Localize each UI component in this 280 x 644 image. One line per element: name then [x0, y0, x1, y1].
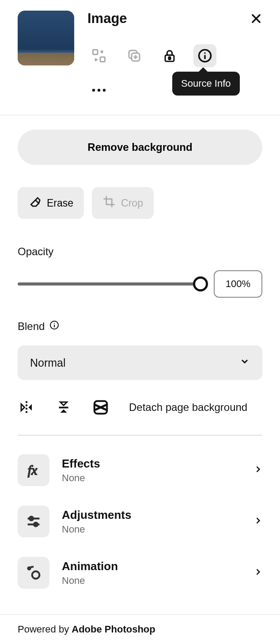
remove-background-button[interactable]: Remove background — [18, 130, 262, 165]
crop-button[interactable]: Crop — [92, 187, 154, 219]
erase-label: Erase — [47, 197, 73, 209]
adjustments-icon — [18, 506, 49, 537]
blend-select[interactable]: Normal — [18, 345, 262, 380]
more-icon[interactable] — [87, 79, 110, 102]
effects-row[interactable]: fx Effects None — [18, 445, 262, 496]
svg-rect-17 — [59, 407, 68, 409]
detach-label[interactable]: Detach page background — [129, 401, 247, 414]
svg-point-7 — [204, 52, 206, 54]
opacity-slider[interactable] — [18, 276, 201, 292]
chevron-down-icon — [239, 356, 250, 369]
panel-title: Image — [87, 11, 127, 27]
svg-rect-0 — [93, 50, 98, 55]
svg-rect-5 — [169, 57, 170, 60]
blend-label: Blend — [18, 320, 262, 333]
svg-text:fx: fx — [28, 463, 38, 477]
blend-value: Normal — [30, 356, 66, 369]
close-button[interactable] — [250, 12, 262, 25]
replace-icon[interactable] — [87, 44, 110, 67]
detach-icon[interactable] — [92, 399, 110, 416]
svg-point-13 — [26, 401, 28, 403]
opacity-label: Opacity — [18, 245, 262, 258]
adjustments-sub: None — [62, 524, 241, 535]
svg-point-20 — [30, 517, 33, 520]
flip-horizontal-icon[interactable] — [18, 399, 35, 416]
divider — [18, 435, 262, 436]
eraser-icon — [28, 195, 42, 211]
tooltip: Source Info — [172, 72, 240, 96]
blend-info-icon[interactable] — [49, 320, 60, 333]
animation-sub: None — [62, 575, 241, 586]
image-thumbnail[interactable] — [18, 11, 74, 65]
svg-point-16 — [26, 411, 28, 413]
opacity-value[interactable]: 100% — [214, 270, 262, 298]
svg-point-9 — [98, 89, 100, 92]
duplicate-icon[interactable] — [123, 44, 146, 67]
svg-point-10 — [103, 89, 106, 92]
svg-rect-1 — [100, 57, 105, 62]
svg-point-23 — [28, 567, 30, 570]
crop-icon — [102, 195, 116, 211]
effects-sub: None — [62, 472, 241, 484]
animation-title: Animation — [62, 560, 241, 573]
erase-button[interactable]: Erase — [18, 187, 84, 219]
flip-vertical-icon[interactable] — [55, 399, 72, 416]
svg-point-12 — [54, 323, 55, 324]
svg-point-8 — [92, 89, 95, 92]
effects-title: Effects — [62, 457, 241, 471]
animation-icon — [18, 557, 49, 589]
adjustments-row[interactable]: Adjustments None — [18, 496, 262, 547]
svg-point-14 — [26, 404, 28, 406]
footer: Powered by Adobe Photoshop — [0, 614, 280, 644]
effects-icon: fx — [18, 454, 49, 486]
info-icon[interactable] — [193, 44, 216, 67]
svg-point-15 — [26, 408, 28, 410]
adjustments-title: Adjustments — [62, 508, 241, 522]
svg-point-22 — [32, 571, 40, 579]
crop-label: Crop — [121, 197, 143, 209]
chevron-right-icon — [254, 516, 262, 527]
lock-icon[interactable] — [158, 44, 181, 67]
animation-row[interactable]: Animation None — [18, 547, 262, 598]
svg-point-21 — [34, 523, 38, 526]
chevron-right-icon — [254, 465, 262, 475]
chevron-right-icon — [254, 567, 262, 578]
